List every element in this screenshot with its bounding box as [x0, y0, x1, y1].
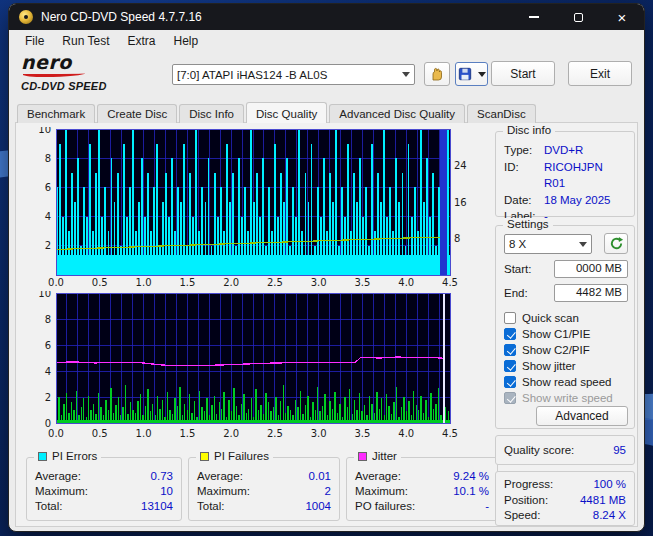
floppy-disk-icon — [458, 67, 472, 81]
maximize-button[interactable] — [556, 4, 600, 30]
stat-value: - — [485, 499, 489, 514]
drive-select[interactable]: [7:0] ATAPI iHAS124 -B AL0S — [172, 64, 415, 85]
svg-text:2: 2 — [45, 240, 51, 251]
stat-value: 2 — [325, 484, 331, 499]
svg-text:2.5: 2.5 — [267, 428, 283, 439]
stat-value: 10 — [160, 484, 173, 499]
window-title: Nero CD-DVD Speed 4.7.7.16 — [41, 10, 202, 24]
app-disc-icon — [19, 10, 33, 24]
checkbox-icon — [504, 328, 516, 340]
pi-errors-title: PI Errors — [52, 450, 97, 462]
svg-text:4.5: 4.5 — [442, 428, 458, 439]
nero-logo: nero CD-DVD SPEED — [21, 54, 166, 92]
stat-label: Maximum: — [35, 484, 88, 499]
speed-label: Speed: — [504, 508, 540, 524]
advanced-button[interactable]: Advanced — [536, 406, 628, 426]
checkbox-icon — [504, 392, 516, 404]
svg-text:3.5: 3.5 — [354, 277, 370, 288]
checkbox-quick-scan[interactable]: Quick scan — [504, 310, 579, 325]
save-button[interactable] — [455, 62, 488, 86]
position-value: 4481 MB — [580, 493, 626, 509]
svg-text:1.5: 1.5 — [179, 428, 195, 439]
svg-text:0.5: 0.5 — [92, 428, 108, 439]
checkbox-icon — [504, 360, 516, 372]
jitter-stats: Jitter Average:9.24 % Maximum:10.1 % PO … — [346, 457, 498, 521]
start-field[interactable]: 0000 MB — [554, 260, 628, 278]
disc-info-group: Disc info Type:DVD+R ID:RICOHJPN R01 Dat… — [495, 131, 635, 217]
pi-failures-stats: PI Failures Average:0.01 Maximum:2 Total… — [188, 457, 340, 521]
svg-text:16: 16 — [454, 197, 467, 208]
stat-label: Maximum: — [355, 484, 408, 499]
tab-disc-quality[interactable]: Disc Quality — [246, 102, 327, 123]
drive-select-value: [7:0] ATAPI iHAS124 -B AL0S — [177, 69, 398, 81]
tab-disc-info[interactable]: Disc Info — [179, 104, 244, 123]
svg-text:6: 6 — [45, 182, 51, 193]
tab-scandisc[interactable]: ScanDisc — [467, 104, 536, 123]
disc-type-value: DVD+R — [544, 142, 626, 159]
checkbox-show-read-speed[interactable]: Show read speed — [504, 374, 612, 389]
end-field[interactable]: 4482 MB — [554, 284, 628, 302]
pif-jitter-chart: 10864200.00.51.01.52.02.53.03.54.04.5 — [26, 291, 472, 439]
tab-create-disc[interactable]: Create Disc — [97, 104, 177, 123]
save-dropdown-icon — [478, 72, 486, 77]
stat-label: Average: — [355, 469, 401, 484]
checkbox-icon — [504, 344, 516, 356]
hand-tool-button[interactable] — [424, 62, 450, 86]
disc-quality-page: 108642241680.00.51.01.52.02.53.03.54.04.… — [15, 122, 638, 527]
svg-text:8: 8 — [45, 153, 51, 164]
nero-product-text: CD-DVD SPEED — [21, 80, 166, 92]
svg-text:8: 8 — [454, 233, 460, 244]
tab-benchmark[interactable]: Benchmark — [17, 104, 95, 123]
minimize-icon — [529, 16, 539, 18]
menu-help[interactable]: Help — [166, 32, 207, 50]
refresh-icon — [609, 236, 624, 251]
checkbox-show-jitter[interactable]: Show jitter — [504, 358, 576, 373]
speed-select[interactable]: 8 X — [504, 234, 592, 254]
chevron-down-icon — [402, 72, 410, 77]
svg-text:4: 4 — [45, 366, 51, 377]
menu-extra[interactable]: Extra — [119, 32, 163, 50]
jitter-title: Jitter — [372, 450, 397, 462]
svg-text:4.5: 4.5 — [442, 277, 458, 288]
stat-label: Maximum: — [197, 484, 250, 499]
close-icon: × — [618, 10, 627, 25]
close-button[interactable]: × — [600, 4, 644, 30]
app-window: Nero CD-DVD Speed 4.7.7.16 × File Run Te… — [8, 3, 645, 532]
stat-value: 0.01 — [309, 469, 331, 484]
quality-score-value: 95 — [613, 444, 626, 456]
stat-value: 10.1 % — [453, 484, 489, 499]
hand-icon — [429, 66, 445, 82]
speed-value: 8.24 X — [593, 508, 626, 524]
disc-id-value[interactable]: RICOHJPN R01 — [544, 159, 626, 192]
svg-text:24: 24 — [454, 160, 467, 171]
progress-label: Progress: — [504, 477, 553, 493]
tab-advanced-disc-quality[interactable]: Advanced Disc Quality — [329, 104, 465, 123]
minimize-button[interactable] — [512, 4, 556, 30]
end-field-label: End: — [504, 287, 528, 299]
svg-text:10: 10 — [38, 127, 51, 135]
menu-file[interactable]: File — [17, 32, 52, 50]
exit-button[interactable]: Exit — [568, 61, 632, 86]
svg-text:6: 6 — [45, 340, 51, 351]
jitter-color-chip — [358, 452, 367, 461]
menu-run-test[interactable]: Run Test — [54, 32, 117, 50]
svg-text:0.5: 0.5 — [92, 277, 108, 288]
quality-score-label: Quality score: — [504, 444, 574, 456]
svg-text:8: 8 — [45, 314, 51, 325]
refresh-button[interactable] — [604, 233, 628, 254]
svg-text:4.0: 4.0 — [398, 428, 414, 439]
progress-group: Progress:100 % Position:4481 MB Speed:8.… — [495, 471, 635, 526]
svg-text:2.0: 2.0 — [223, 428, 239, 439]
checkbox-show-c2-pif[interactable]: Show C2/PIF — [504, 342, 590, 357]
disc-type-label: Type: — [504, 142, 544, 159]
tab-bar: Benchmark Create Disc Disc Info Disc Qua… — [17, 102, 538, 123]
disc-info-title: Disc info — [503, 124, 555, 136]
stat-value: 1004 — [305, 499, 331, 514]
checkbox-show-c1-pie[interactable]: Show C1/PIE — [504, 326, 590, 341]
titlebar[interactable]: Nero CD-DVD Speed 4.7.7.16 × — [9, 4, 644, 30]
quality-score-group: Quality score: 95 — [495, 435, 635, 465]
stat-label: Total: — [197, 499, 225, 514]
start-button[interactable]: Start — [491, 61, 555, 86]
position-label: Position: — [504, 493, 548, 509]
svg-text:0.0: 0.0 — [48, 277, 64, 288]
